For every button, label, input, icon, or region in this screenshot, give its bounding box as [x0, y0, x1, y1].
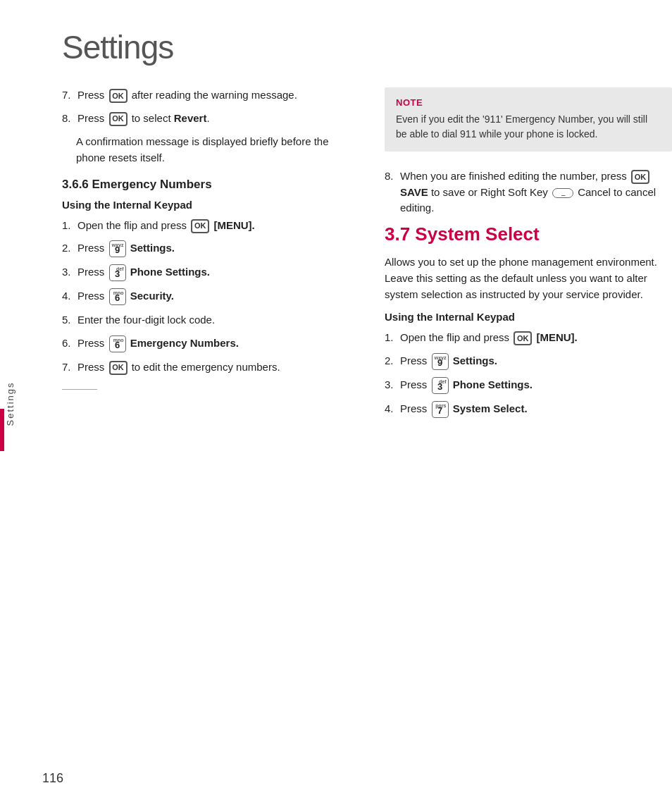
phone-settings-label: Phone Settings.: [453, 378, 533, 390]
list-item-2: 2. Press wxyz 9 Settings.: [62, 240, 349, 257]
item-content: Press wxyz 9 Settings.: [400, 353, 672, 370]
settings-label: Settings.: [453, 355, 497, 366]
key-6b-button: mno 6: [109, 335, 126, 352]
item-content: When you are finished editing the number…: [400, 168, 672, 216]
settings-label: Settings.: [130, 242, 175, 254]
item-num: 1.: [62, 218, 77, 234]
list-item-4: 4. Press mno 6 Security.: [62, 288, 349, 305]
item-content: Press wxyz 9 Settings.: [77, 240, 349, 257]
note-title: NOTE: [396, 97, 661, 108]
item-content: Open the flip and press OK [MENU].: [400, 330, 672, 346]
item-num: 7.: [62, 359, 77, 376]
system-select-label: System Select.: [453, 402, 528, 414]
subsection-heading-left: Using the Internal Keypad: [62, 199, 349, 211]
list-item: 7. Press OK after reading the warning me…: [62, 87, 349, 104]
item-content: Press mno 6 Emergency Numbers.: [77, 335, 349, 352]
content-area: Settings 7. Press OK after reading the w…: [20, 0, 672, 807]
item-num: 6.: [62, 335, 77, 352]
list-item-r4: 4. Press pqrs 7 System Select.: [385, 401, 672, 418]
emergency-label: Emergency Numbers.: [130, 337, 239, 349]
key-sup: pqrs: [435, 402, 446, 410]
key-sup: def: [439, 378, 447, 386]
key-sup: mno: [113, 290, 124, 297]
ok-button-icon: OK: [109, 361, 127, 375]
item-content: Open the flip and press OK [MENU].: [77, 218, 349, 234]
key-sup: wxyz: [112, 242, 124, 250]
key-sup: wxyz: [435, 355, 447, 362]
right-column: NOTE Even if you edit the '911' Emergenc…: [378, 87, 672, 425]
item-num: 4.: [62, 288, 77, 305]
item-num: 3.: [385, 377, 400, 394]
page-wrapper: Settings Settings 7. Press OK after read…: [0, 0, 672, 807]
section-366-heading: 3.6.6 Emergency Numbers: [62, 178, 349, 192]
note-box: NOTE Even if you edit the '911' Emergenc…: [385, 87, 672, 152]
desc-text: Allows you to set up the phone managemen…: [385, 254, 672, 303]
list-item-r3: 3. Press def 3 Phone Settings.: [385, 377, 672, 394]
sidebar-red-bar: [0, 409, 4, 451]
left-column: 7. Press OK after reading the warning me…: [62, 87, 356, 425]
sidebar-label: Settings: [5, 381, 15, 426]
item-num: 8.: [62, 111, 77, 127]
subsection-heading-right: Using the Internal Keypad: [385, 311, 672, 323]
key-9r-button: wxyz 9: [432, 353, 449, 370]
page-title: Settings: [62, 28, 672, 66]
ok-button-icon: OK: [109, 89, 127, 103]
item-content: Press def 3 Phone Settings.: [77, 264, 349, 281]
item-num: 5.: [62, 312, 77, 328]
key-3-button: def 3: [109, 264, 126, 281]
item-num: 2.: [62, 240, 77, 257]
list-item-3: 3. Press def 3 Phone Settings.: [62, 264, 349, 281]
key-sup: def: [116, 266, 124, 273]
section-37-heading: 3.7 System Select: [385, 223, 672, 245]
security-label: Security.: [130, 290, 174, 302]
save-label: SAVE: [400, 186, 428, 198]
ok-button-icon: OK: [191, 219, 209, 233]
item-content: Press OK after reading the warning messa…: [77, 87, 349, 104]
confirmation-text: A confirmation message is displayed brie…: [76, 133, 349, 166]
list-item-7: 7. Press OK to edit the emergency number…: [62, 359, 349, 376]
item-content: Press OK to edit the emergency numbers.: [77, 359, 349, 376]
item-num: 1.: [385, 330, 400, 346]
list-item-8: 8. When you are finished editing the num…: [385, 168, 672, 216]
key-7r-button: pqrs 7: [432, 401, 449, 418]
item-content: Enter the four-digit lock code.: [77, 312, 349, 328]
list-item: 8. Press OK to select Revert.: [62, 111, 349, 127]
item-content: Press pqrs 7 System Select.: [400, 401, 672, 418]
menu-label: [MENU].: [213, 219, 254, 231]
key-3r-button: def 3: [432, 377, 449, 394]
columns: 7. Press OK after reading the warning me…: [62, 87, 672, 425]
item-num: 3.: [62, 264, 77, 281]
key-9-button: wxyz 9: [109, 240, 126, 257]
item-num: 8.: [385, 168, 400, 216]
item-content: Press OK to select Revert.: [77, 111, 349, 127]
list-item-5: 5. Enter the four-digit lock code.: [62, 312, 349, 328]
ok-button-icon: OK: [109, 112, 127, 126]
list-item-1: 1. Open the flip and press OK [MENU].: [62, 218, 349, 234]
menu-label: [MENU].: [536, 331, 577, 343]
soft-key-icon: ⎯: [552, 188, 573, 198]
item-num: 7.: [62, 87, 77, 104]
item-num: 2.: [385, 353, 400, 370]
page-number: 116: [42, 771, 63, 786]
revert-label: Revert: [174, 112, 207, 124]
note-text: Even if you edit the '911' Emergency Num…: [396, 112, 661, 142]
item-content: Press def 3 Phone Settings.: [400, 377, 672, 394]
ok-button-icon: OK: [631, 170, 649, 184]
divider: [62, 389, 97, 390]
ok-button-icon: OK: [514, 331, 532, 345]
sidebar-tab: Settings: [0, 0, 20, 807]
list-item-r2: 2. Press wxyz 9 Settings.: [385, 353, 672, 370]
item-content: Press mno 6 Security.: [77, 288, 349, 305]
phone-settings-label: Phone Settings.: [130, 266, 210, 278]
key-sup: mno: [113, 337, 124, 345]
key-6-button: mno 6: [109, 288, 126, 305]
list-item-r1: 1. Open the flip and press OK [MENU].: [385, 330, 672, 346]
list-item-6: 6. Press mno 6 Emergency Numbers.: [62, 335, 349, 352]
item-num: 4.: [385, 401, 400, 418]
